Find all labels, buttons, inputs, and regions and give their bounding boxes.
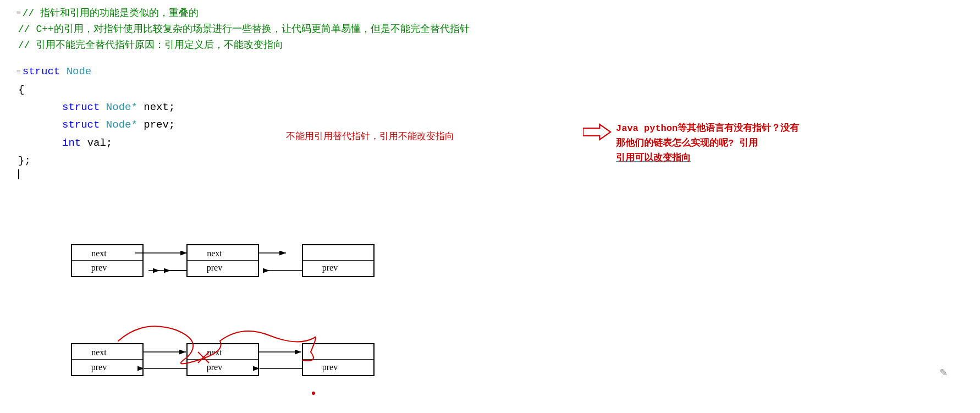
comment-block: ≡ // 指针和引用的功能是类似的，重叠的 // C++的引用，对指针使用比较复…: [16, 5, 980, 53]
field-next-line: struct Node* next;: [16, 98, 980, 116]
field-next-type: Node*: [106, 98, 137, 116]
svg-text:prev: prev: [91, 362, 107, 372]
ll-diagram-top: next prev next prev prev: [33, 236, 418, 291]
ll-diagram-bottom: next prev next prev prev: [33, 313, 418, 401]
svg-text:prev: prev: [322, 263, 338, 273]
comment-line-3: // 引用不能完全替代指针原因：引用定义后，不能改变指向: [16, 37, 980, 53]
svg-text:prev: prev: [322, 362, 338, 372]
field-prev-struct-kw: struct: [62, 116, 100, 134]
svg-marker-0: [583, 124, 610, 140]
svg-text:prev: prev: [91, 263, 107, 273]
annotation-text-1: 不能用引用替代指针，引用不能改变指向: [286, 131, 454, 141]
field-val-name: val;: [87, 134, 113, 152]
comment-line-2: // C++的引用，对指针使用比较复杂的场景进行一些替换，让代码更简单易懂，但是…: [16, 21, 980, 37]
code-block: ≡ struct Node { struct Node* next; struc…: [16, 63, 980, 179]
ll-diagram-top-svg: next prev next prev prev: [33, 236, 418, 291]
note-line-2: 那他们的链表怎么实现的呢? 引用: [616, 136, 799, 151]
main-container: ≡ // 指针和引用的功能是类似的，重叠的 // C++的引用，对指针使用比较复…: [0, 0, 980, 413]
svg-text:next: next: [91, 249, 107, 258]
field-next-name: next;: [144, 98, 175, 116]
comment-text-2: // C++的引用，对指针使用比较复杂的场景进行一些替换，让代码更简单易懂，但是…: [18, 21, 470, 37]
line-marker: ≡: [16, 8, 21, 19]
svg-text:next: next: [91, 348, 107, 357]
field-prev-name: prev;: [144, 116, 175, 134]
svg-text:prev: prev: [207, 362, 222, 372]
struct-name: Node: [67, 63, 92, 80]
cursor-line: [16, 169, 980, 179]
field-next-struct-kw: struct: [62, 98, 100, 116]
svg-text:prev: prev: [207, 263, 222, 273]
open-brace-line: {: [16, 81, 980, 98]
field-val-int-kw: int: [62, 134, 81, 152]
comment-line-1: ≡ // 指针和引用的功能是类似的，重叠的: [16, 5, 980, 21]
field-val-line: int val;: [16, 134, 980, 152]
note-text-block: Java python等其他语言有没有指针？没有 那他们的链表怎么实现的呢? 引…: [616, 121, 799, 166]
comment-text-3: // 引用不能完全替代指针原因：引用定义后，不能改变指向: [18, 37, 283, 53]
note-line-3: 引用可以改变指向: [616, 151, 799, 166]
field-prev-type: Node*: [106, 116, 137, 134]
comment-text-1: // 指针和引用的功能是类似的，重叠的: [23, 5, 199, 21]
struct-declaration: ≡ struct Node: [16, 63, 980, 80]
struct-line-marker: ≡: [16, 67, 21, 79]
ll-diagram-bottom-svg: next prev next prev prev: [33, 313, 429, 404]
open-brace: {: [18, 81, 24, 98]
field-prev-line: struct Node* prev;: [16, 116, 980, 134]
annotation-area-1: 不能用引用替代指针，引用不能改变指向: [286, 129, 454, 144]
close-brace-line: };: [16, 152, 980, 169]
pencil-icon[interactable]: ✎: [940, 365, 947, 380]
struct-keyword: struct: [23, 63, 60, 80]
arrow-right-icon: [583, 123, 612, 141]
close-brace: };: [18, 152, 31, 169]
note-box: Java python等其他语言有没有指针？没有 那他们的链表怎么实现的呢? 引…: [583, 121, 799, 166]
svg-text:next: next: [207, 249, 222, 258]
note-line-1: Java python等其他语言有没有指针？没有: [616, 121, 799, 136]
svg-point-42: [312, 392, 315, 395]
